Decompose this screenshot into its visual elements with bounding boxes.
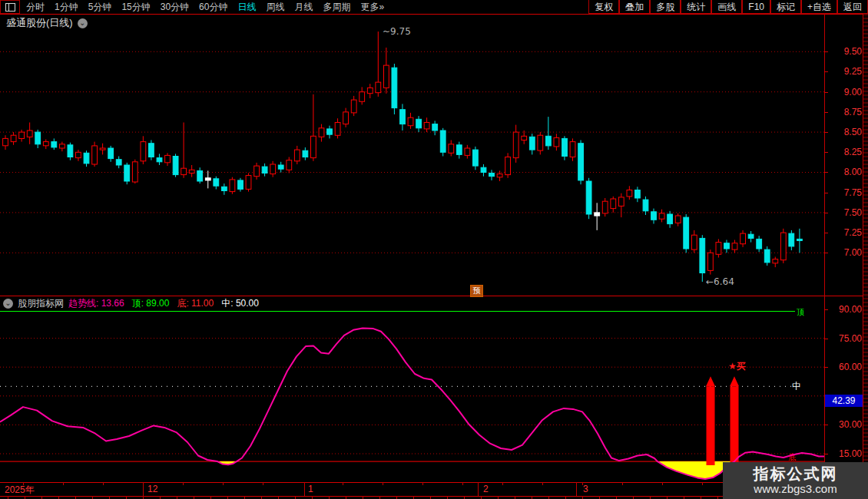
toolbar-button-多股[interactable]: 多股 — [650, 0, 681, 14]
scale-divider — [824, 14, 825, 496]
app-window: 分时1分钟5分钟15分钟30分钟60分钟日线周线月线多周期更多» 复权叠加多股统… — [0, 0, 868, 499]
toolbar-button-叠加[interactable]: 叠加 — [619, 0, 650, 14]
period-tab-多周期[interactable]: 多周期 — [323, 1, 350, 14]
candle — [384, 48, 389, 94]
price-tick-mark — [824, 152, 828, 153]
alert-marker[interactable]: 预 — [470, 285, 483, 297]
bottom-tick — [684, 496, 684, 499]
period-tab-60分钟[interactable]: 60分钟 — [199, 1, 227, 14]
candle — [780, 229, 786, 263]
price-tick-label: 8.00 — [828, 167, 862, 177]
candle — [643, 197, 648, 215]
toolbar-button-画线[interactable]: 画线 — [711, 0, 742, 14]
minor-tick — [502, 482, 503, 485]
toolbar-button-统计[interactable]: 统计 — [681, 0, 711, 14]
price-tick-label: 8.25 — [828, 147, 862, 157]
bottom-tick — [329, 496, 330, 499]
period-tab-月线[interactable]: 月线 — [294, 1, 313, 14]
toolbar-buttons: 复权叠加多股统计画线F10标记+自选返回 — [588, 0, 868, 14]
candle — [627, 186, 632, 200]
bottom-tick — [548, 496, 549, 499]
time-axis-label: 2025年 — [5, 484, 35, 497]
toolbar-button-F10[interactable]: F10 — [742, 0, 770, 14]
toolbar-button-返回[interactable]: 返回 — [837, 0, 868, 14]
candle — [367, 84, 373, 98]
bottom-tick — [532, 496, 532, 499]
candle — [757, 236, 762, 252]
candle — [595, 203, 600, 230]
indicator-tick-mark — [824, 309, 828, 310]
layout-icon[interactable] — [0, 0, 20, 14]
candle — [100, 144, 105, 155]
indicator-field: 趋势线: 13.66 — [68, 297, 124, 310]
bottom-tick — [701, 496, 701, 499]
candle — [270, 161, 276, 177]
price-tick-mark — [824, 233, 828, 233]
period-tab-更多»[interactable]: 更多» — [360, 1, 384, 14]
bottom-tick — [582, 496, 583, 499]
bottom-tick — [41, 496, 42, 499]
bottom-tick — [92, 496, 93, 499]
indicator-field: 顶: 89.00 — [132, 297, 170, 310]
chevron-down-icon[interactable]: ⌄ — [3, 299, 13, 309]
candle — [529, 134, 535, 154]
minor-tick — [23, 482, 24, 485]
candle — [359, 87, 365, 104]
candle — [43, 140, 48, 150]
minor-tick — [582, 482, 583, 485]
toolbar-button-+自选[interactable]: +自选 — [801, 0, 837, 14]
candle — [740, 230, 746, 247]
candle — [230, 177, 235, 194]
period-tab-分时[interactable]: 分时 — [26, 1, 45, 14]
candle — [76, 150, 81, 161]
candle — [465, 145, 470, 159]
minor-tick — [662, 482, 663, 485]
period-tab-5分钟[interactable]: 5分钟 — [88, 1, 112, 14]
minor-tick — [542, 482, 543, 485]
minor-tick — [183, 482, 184, 485]
period-tab-15分钟[interactable]: 15分钟 — [121, 1, 150, 14]
candle — [668, 211, 673, 228]
bottom-tick — [599, 496, 600, 499]
candle — [68, 143, 73, 160]
toolbar-button-标记[interactable]: 标记 — [770, 0, 801, 14]
bottom-tick — [278, 496, 279, 499]
candle — [675, 213, 681, 226]
candle — [238, 178, 244, 192]
price-tick-label: 7.75 — [828, 187, 862, 198]
price-tick-mark — [824, 172, 828, 173]
period-tabs: 分时1分钟5分钟15分钟30分钟60分钟日线周线月线多周期更多» — [23, 1, 384, 14]
price-tick-mark — [824, 253, 828, 253]
candle — [748, 231, 754, 243]
period-tab-30分钟[interactable]: 30分钟 — [161, 1, 189, 14]
candle — [173, 154, 178, 177]
price-tick-mark — [824, 92, 828, 93]
bottom-tick — [498, 496, 499, 499]
time-axis-label: 3 — [583, 484, 588, 494]
candle — [262, 164, 267, 177]
minor-tick — [343, 482, 343, 485]
period-tab-周线[interactable]: 周线 — [266, 1, 284, 14]
bottom-tick — [633, 496, 634, 499]
indicator-chart[interactable]: 顶底★买中 — [0, 296, 824, 482]
bottom-tick — [194, 496, 194, 499]
time-axis-label: 12 — [147, 484, 157, 494]
toolbar-button-复权[interactable]: 复权 — [588, 0, 619, 14]
candle — [764, 246, 770, 266]
bottom-tick — [363, 496, 363, 499]
indicator-tick-label: 75.00 — [828, 333, 862, 344]
candle — [149, 140, 154, 160]
candle — [586, 178, 591, 219]
candlestick-chart[interactable]: ~9.75←6.64 — [0, 14, 824, 296]
candle — [11, 132, 16, 145]
minor-tick — [103, 482, 104, 485]
period-tab-1分钟[interactable]: 1分钟 — [55, 1, 78, 14]
candle — [618, 193, 624, 217]
candle — [254, 163, 260, 180]
price-tick-mark — [824, 193, 828, 193]
candle — [570, 138, 575, 160]
candle — [773, 257, 778, 268]
period-tab-日线[interactable]: 日线 — [237, 1, 256, 14]
trend-line — [0, 329, 824, 479]
candle — [294, 146, 300, 164]
